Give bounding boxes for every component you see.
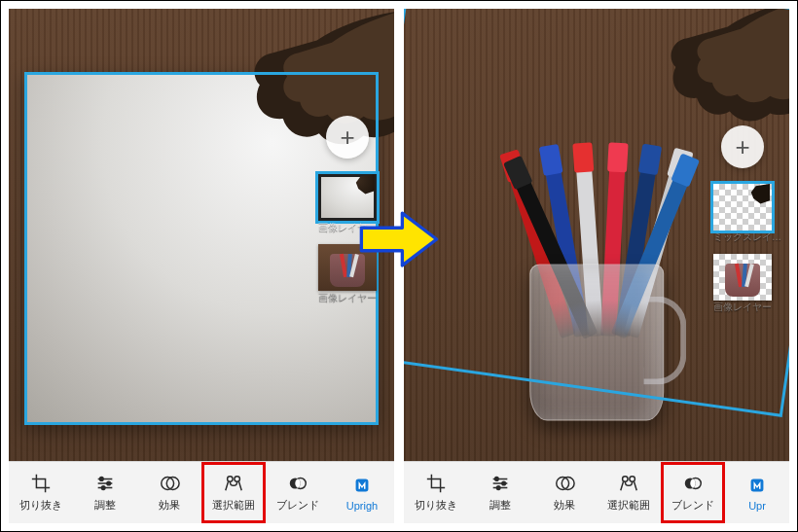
bottom-toolbar: 切り抜き調整効果選択範囲ブレンドUprigh	[9, 461, 394, 523]
fx-icon	[159, 473, 180, 494]
layer-label: 画像レイヤー	[713, 301, 772, 314]
tool-label: 選択範囲	[212, 498, 255, 513]
svg-marker-24	[361, 213, 436, 266]
select-icon	[223, 473, 244, 494]
tool-label: 選択範囲	[607, 498, 650, 513]
svg-point-13	[502, 481, 506, 485]
bottom-toolbar: 切り抜き調整効果選択範囲ブレンドUpr	[404, 461, 789, 523]
tool-blend[interactable]: ブレンド	[661, 462, 725, 523]
add-layer-button[interactable]: +	[326, 116, 369, 159]
tool-upright[interactable]: Upr	[725, 462, 789, 523]
svg-point-14	[496, 486, 500, 490]
tool-adjust[interactable]: 調整	[73, 462, 137, 523]
add-layer-button[interactable]: +	[721, 125, 764, 168]
svg-rect-23	[751, 479, 764, 491]
svg-point-5	[228, 477, 234, 482]
svg-rect-11	[356, 479, 369, 491]
tool-label: 効果	[554, 498, 575, 513]
crop-icon	[30, 473, 52, 494]
upright-icon	[746, 475, 768, 496]
tool-adjust[interactable]: 調整	[468, 462, 532, 523]
layer-label: ミックスレイ…	[713, 231, 772, 244]
svg-point-18	[630, 477, 635, 482]
tool-label: 調整	[490, 498, 511, 513]
layer-label: 画像レイヤー	[318, 291, 377, 304]
tool-blend[interactable]: ブレンド	[266, 462, 330, 523]
plus-icon: +	[735, 132, 749, 162]
tool-label: Upr	[748, 500, 766, 512]
adjust-icon	[94, 473, 116, 494]
tool-label: 切り抜き	[19, 498, 62, 513]
layer-thumb-2[interactable]: 画像レイヤー	[713, 254, 772, 301]
tool-label: ブレンド	[276, 498, 319, 513]
tool-upright[interactable]: Uprigh	[330, 462, 394, 523]
tool-label: Uprigh	[346, 500, 378, 512]
crop-icon	[425, 473, 447, 494]
svg-point-0	[100, 478, 104, 481]
svg-point-6	[235, 477, 240, 482]
tool-label: ブレンド	[671, 498, 714, 513]
tool-select[interactable]: 選択範囲	[201, 462, 266, 523]
tool-label: 効果	[159, 498, 180, 513]
upright-icon	[351, 475, 373, 496]
tool-label: 切り抜き	[415, 498, 457, 513]
editor-screen-after: + ミックスレイ… 画像レイヤー 切り抜き調整効果選択範囲ブレンドUpr	[404, 9, 789, 523]
select-icon	[618, 473, 639, 494]
tool-crop[interactable]: 切り抜き	[9, 462, 73, 523]
svg-point-12	[495, 478, 499, 481]
editor-screen-before: + 画像レイヤー 画像レイヤー 切り抜き調整効果選択範囲ブレンドUpr	[9, 9, 394, 523]
tool-label: 調整	[94, 498, 116, 513]
layers-panel: ミックスレイ… 画像レイヤー	[713, 184, 776, 301]
tool-fx[interactable]: 効果	[137, 462, 201, 523]
plus-icon: +	[340, 123, 354, 153]
blend-icon	[287, 473, 308, 494]
svg-point-2	[101, 486, 105, 490]
transition-arrow	[358, 205, 440, 273]
adjust-icon	[490, 473, 511, 494]
tool-crop[interactable]: 切り抜き	[404, 462, 468, 523]
layer-thumb-1[interactable]: ミックスレイ…	[713, 184, 772, 231]
svg-point-1	[107, 481, 111, 485]
canvas-area[interactable]: + ミックスレイ… 画像レイヤー	[404, 9, 789, 461]
blend-icon	[682, 473, 704, 494]
tool-fx[interactable]: 効果	[532, 462, 597, 523]
svg-point-17	[623, 477, 629, 482]
fx-icon	[554, 473, 575, 494]
canvas-area[interactable]: + 画像レイヤー 画像レイヤー	[9, 9, 394, 461]
tool-select[interactable]: 選択範囲	[597, 462, 661, 523]
